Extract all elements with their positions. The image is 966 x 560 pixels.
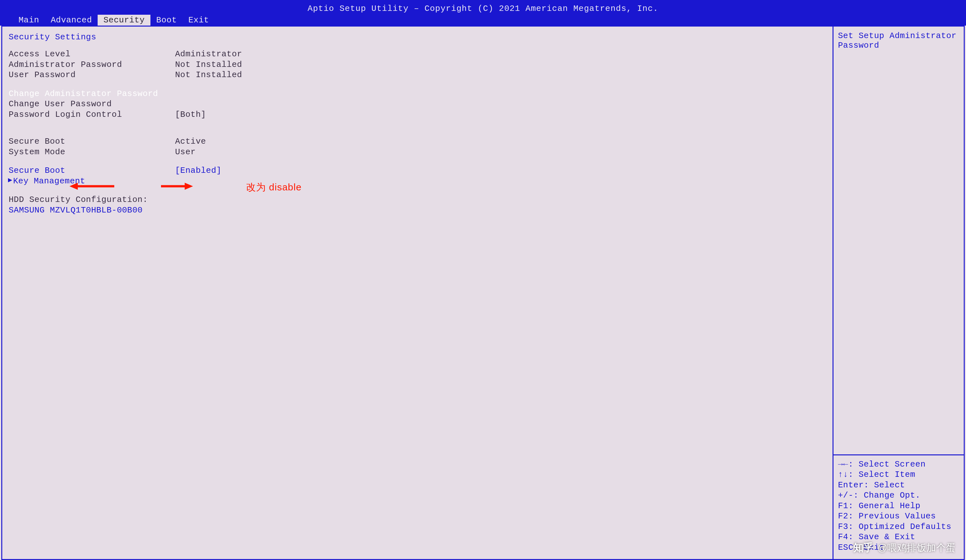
- value-secure-boot-state: Active: [175, 136, 206, 147]
- help-description: Set Setup Administrator Password: [833, 26, 964, 454]
- bios-body: Security Settings Access Level Administr…: [1, 26, 965, 560]
- bios-header: Aptio Setup Utility – Copyright (C) 2021…: [0, 0, 966, 26]
- tab-advanced[interactable]: Advanced: [45, 15, 98, 26]
- label-system-mode: System Mode: [9, 147, 175, 158]
- value-user-pw-status: Not Installed: [175, 70, 242, 80]
- label-access-level: Access Level: [9, 49, 175, 59]
- help-keys: →←: Select Screen ↑↓: Select Item Enter:…: [833, 454, 964, 559]
- tab-bar: Main Advanced Security Boot Exit: [0, 15, 966, 26]
- value-system-mode: User: [175, 147, 196, 158]
- label-pw-login-control: Password Login Control: [9, 110, 175, 120]
- row-secure-boot-state: Secure Boot Active: [9, 136, 826, 147]
- row-hdd-device[interactable]: SAMSUNG MZVLQ1T0HBLB-00B00: [9, 205, 826, 216]
- row-user-pw-status: User Password Not Installed: [9, 70, 826, 80]
- row-admin-pw-status: Administrator Password Not Installed: [9, 59, 826, 70]
- hdd-device-entry[interactable]: SAMSUNG MZVLQ1T0HBLB-00B00: [9, 205, 175, 216]
- tab-main[interactable]: Main: [13, 15, 45, 26]
- value-secure-boot-option[interactable]: [Enabled]: [175, 166, 222, 176]
- tab-boot[interactable]: Boot: [150, 15, 182, 26]
- label-user-pw-status: User Password: [9, 70, 175, 80]
- settings-pane: Security Settings Access Level Administr…: [2, 26, 833, 559]
- row-hdd-sec-heading: HDD Security Configuration:: [9, 195, 826, 205]
- bios-title: Aptio Setup Utility – Copyright (C) 2021…: [0, 3, 966, 15]
- value-pw-login-control[interactable]: [Both]: [175, 110, 206, 120]
- action-change-user-pw[interactable]: Change User Password: [9, 99, 175, 110]
- row-pw-login-control[interactable]: Password Login Control [Both]: [9, 110, 826, 120]
- value-admin-pw-status: Not Installed: [175, 59, 242, 70]
- row-access-level: Access Level Administrator: [9, 49, 826, 59]
- row-system-mode: System Mode User: [9, 147, 826, 158]
- row-secure-boot-option[interactable]: Secure Boot [Enabled]: [9, 166, 826, 176]
- help-pane: Set Setup Administrator Password →←: Sel…: [833, 26, 964, 559]
- label-hdd-sec-heading: HDD Security Configuration:: [9, 195, 175, 205]
- row-change-admin-pw[interactable]: Change Administrator Password: [9, 89, 826, 99]
- tab-exit[interactable]: Exit: [183, 15, 215, 26]
- label-secure-boot-option: Secure Boot: [9, 166, 175, 176]
- action-key-management[interactable]: Key Management: [9, 176, 175, 187]
- label-admin-pw-status: Administrator Password: [9, 59, 175, 70]
- submenu-arrow-icon: ▶: [8, 176, 13, 185]
- page-heading: Security Settings: [9, 32, 826, 42]
- label-secure-boot-state: Secure Boot: [9, 136, 175, 147]
- row-change-user-pw[interactable]: Change User Password: [9, 99, 826, 110]
- value-access-level: Administrator: [175, 49, 242, 59]
- action-change-admin-pw[interactable]: Change Administrator Password: [9, 89, 175, 99]
- row-key-management[interactable]: ▶ Key Management: [9, 176, 826, 187]
- tab-security[interactable]: Security: [98, 15, 150, 26]
